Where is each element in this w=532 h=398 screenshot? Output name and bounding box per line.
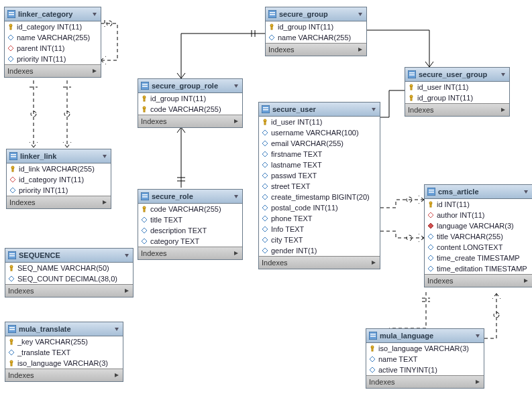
column-row[interactable]: postal_code INT(11) <box>259 202 380 213</box>
diamond-icon <box>8 275 15 282</box>
column-row[interactable]: id INT(11) <box>425 199 532 210</box>
entity-mula-translate[interactable]: mula_translate _key VARCHAR(255)_transla… <box>5 322 123 382</box>
column-row[interactable]: id_category INT(11) <box>7 174 111 185</box>
svg-rect-88 <box>263 109 268 111</box>
column-row[interactable]: phone TEXT <box>259 213 380 224</box>
svg-marker-58 <box>115 373 119 377</box>
collapse-icon[interactable] <box>233 82 240 89</box>
collapse-icon[interactable] <box>233 193 240 200</box>
entity-cms-article[interactable]: cms_article id INT(11)author INT(11)lang… <box>424 184 532 287</box>
entity-linker-link[interactable]: linker_link id_link VARCHAR(255)id_categ… <box>6 149 111 209</box>
column-row[interactable]: lastname TEXT <box>259 159 380 170</box>
column-row[interactable]: id_group INT(11) <box>138 93 242 104</box>
indexes-row[interactable]: Indexes <box>259 256 380 269</box>
column-row[interactable]: time_create TIMESTAMP <box>425 253 532 263</box>
collapse-icon[interactable] <box>101 153 108 159</box>
column-row[interactable]: priority INT(11) <box>7 185 111 196</box>
indexes-row[interactable]: Indexes <box>138 247 242 259</box>
column-row[interactable]: iso_language VARCHAR(3) <box>5 358 123 369</box>
column-row[interactable]: category TEXT <box>138 236 242 247</box>
entity-header[interactable]: secure_user <box>259 103 380 117</box>
column-row[interactable]: email VARCHAR(255) <box>259 138 380 149</box>
column-row[interactable]: title TEXT <box>138 214 242 225</box>
column-row[interactable]: username VARCHAR(100) <box>259 127 380 138</box>
entity-secure-user-group[interactable]: secure_user_group id_user INT(11)id_grou… <box>405 67 510 117</box>
column-row[interactable]: SEQ_COUNT DECIMAL(38,0) <box>5 273 133 284</box>
column-row[interactable]: content LONGTEXT <box>425 242 532 253</box>
column-row[interactable]: city TEXT <box>259 235 380 245</box>
indexes-row[interactable]: Indexes <box>425 274 532 287</box>
collapse-icon[interactable] <box>113 326 120 332</box>
entity-secure-role[interactable]: secure_role code VARCHAR(255)title TEXTd… <box>138 189 243 260</box>
column-row[interactable]: id_group INT(11) <box>405 92 509 103</box>
column-row[interactable]: description TEXT <box>138 225 242 236</box>
column-row[interactable]: active TINYINT(1) <box>366 364 484 375</box>
entity-header[interactable]: linker_link <box>7 149 111 163</box>
column-row[interactable]: code VARCHAR(255) <box>138 204 242 214</box>
key-icon <box>8 338 15 345</box>
entity-columns: id_user INT(11)id_group INT(11) <box>405 82 509 103</box>
entity-header[interactable]: secure_role <box>138 190 242 204</box>
collapse-icon[interactable] <box>123 252 130 259</box>
indexes-row[interactable]: Indexes <box>405 103 509 116</box>
indexes-row[interactable]: Indexes <box>138 115 242 127</box>
entity-header[interactable]: cms_article <box>425 185 532 199</box>
entity-header[interactable]: secure_user_group <box>405 68 509 82</box>
entity-secure-group[interactable]: secure_group id_group INT(11)name VARCHA… <box>265 7 367 56</box>
column-row[interactable]: create_timestamp BIGINT(20) <box>259 192 380 202</box>
indexes-row[interactable]: Indexes <box>266 43 366 56</box>
collapse-icon[interactable] <box>500 71 507 78</box>
column-row[interactable]: Info TEXT <box>259 224 380 235</box>
collapse-icon[interactable] <box>370 106 377 113</box>
column-row[interactable]: name TEXT <box>366 354 484 364</box>
column-name: SEQ_COUNT DECIMAL(38,0) <box>17 275 117 283</box>
entity-mula-language[interactable]: mula_language iso_language VARCHAR(3)nam… <box>366 328 484 389</box>
column-row[interactable]: name VARCHAR(255) <box>5 32 101 43</box>
column-row[interactable]: _key VARCHAR(255) <box>5 336 123 347</box>
entity-secure-user[interactable]: secure_user id_user INT(11)username VARC… <box>258 102 380 269</box>
column-row[interactable]: priority INT(11) <box>5 54 101 64</box>
column-row[interactable]: _translate TEXT <box>5 347 123 358</box>
column-row[interactable]: id_link VARCHAR(255) <box>7 163 111 174</box>
entity-linker-category[interactable]: linker_category id_category INT(11)name … <box>4 7 101 78</box>
indexes-row[interactable]: Indexes <box>5 369 123 381</box>
column-row[interactable]: author INT(11) <box>425 210 532 220</box>
collapse-icon[interactable] <box>357 11 364 17</box>
entity-sequence[interactable]: SEQUENCE SEQ_NAME VARCHAR(50)SEQ_COUNT D… <box>5 248 134 297</box>
indexes-row[interactable]: Indexes <box>5 64 101 77</box>
entity-header[interactable]: mula_translate <box>5 322 123 336</box>
column-row[interactable]: language VARCHAR(3) <box>425 220 532 231</box>
column-row[interactable]: code VARCHAR(255) <box>138 104 242 115</box>
column-row[interactable]: iso_language VARCHAR(3) <box>366 343 484 354</box>
collapse-icon[interactable] <box>91 11 98 17</box>
column-row[interactable]: id_group INT(11) <box>266 21 366 32</box>
entity-header[interactable]: mula_language <box>366 329 484 343</box>
column-row[interactable]: passwd TEXT <box>259 170 380 181</box>
column-row[interactable]: id_category INT(11) <box>5 21 101 32</box>
entity-header[interactable]: SEQUENCE <box>5 249 133 263</box>
column-row[interactable]: street TEXT <box>259 181 380 192</box>
column-row[interactable]: title VARCHAR(255) <box>425 231 532 242</box>
collapse-icon[interactable] <box>474 332 481 339</box>
entity-header[interactable]: linker_category <box>5 7 101 21</box>
indexes-row[interactable]: Indexes <box>7 196 111 208</box>
column-row[interactable]: firstname TEXT <box>259 149 380 159</box>
column-row[interactable]: id_user INT(11) <box>259 117 380 127</box>
entity-header[interactable]: secure_group <box>266 7 366 21</box>
svg-marker-93 <box>262 141 268 146</box>
collapse-icon[interactable] <box>523 188 529 195</box>
column-row[interactable]: name VARCHAR(255) <box>266 32 366 43</box>
diamond-fk-icon <box>7 45 14 52</box>
column-row[interactable]: id_user INT(11) <box>405 82 509 92</box>
svg-rect-115 <box>429 190 434 191</box>
svg-rect-132 <box>372 348 373 351</box>
svg-marker-95 <box>262 162 268 168</box>
entity-secure-group-role[interactable]: secure_group_role id_group INT(11)code V… <box>138 78 243 128</box>
column-row[interactable]: time_editation TIMESTAMP <box>425 263 532 274</box>
entity-header[interactable]: secure_group_role <box>138 79 242 93</box>
indexes-row[interactable]: Indexes <box>5 284 133 297</box>
column-row[interactable]: gender INT(1) <box>259 245 380 256</box>
column-row[interactable]: SEQ_NAME VARCHAR(50) <box>5 263 133 273</box>
indexes-row[interactable]: Indexes <box>366 375 484 388</box>
column-row[interactable]: parent INT(11) <box>5 43 101 54</box>
